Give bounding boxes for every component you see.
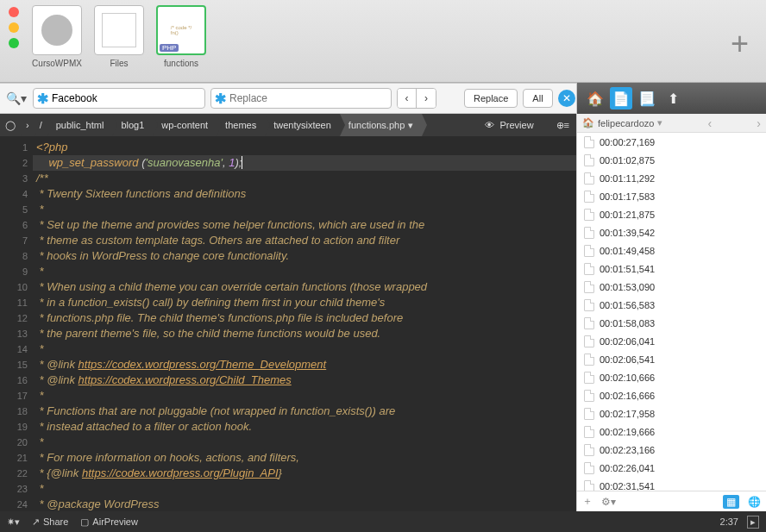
find-input[interactable] [52,92,201,104]
tab-cursowpmx[interactable]: CursoWPMX [29,5,85,68]
code-line[interactable]: * [33,481,576,497]
airpreview-button[interactable]: ▢ AirPreview [80,516,138,528]
line-gutter: 1234567891011121314151617181920212223242… [0,136,33,511]
user-home-icon[interactable]: 🏠 [582,117,594,128]
code-line[interactable]: wp_set_password ('suanovasenha', 1); [33,155,576,171]
breadcrumb-item[interactable]: functions.php ▾ [340,114,422,136]
list-item[interactable]: 00:02:16,666 [577,386,766,404]
code-line[interactable]: * instead attached to a filter or action… [33,419,576,435]
home-icon[interactable]: 🏠 [584,87,606,110]
upload-icon[interactable]: ⬆ [662,87,684,110]
list-item[interactable]: 00:01:51,541 [577,260,766,278]
search-icon[interactable]: 🔍▾ [5,91,28,105]
code-line[interactable]: * {@link https://codex.wordpress.org/Plu… [33,466,576,481]
list-item[interactable]: 00:01:56,583 [577,296,766,314]
list-item[interactable]: 00:02:26,041 [577,459,766,477]
list-item[interactable]: 00:01:17,583 [577,187,766,205]
remote-icon[interactable]: 🌐 [748,496,761,508]
replace-input[interactable] [229,92,387,104]
dropdown-icon[interactable]: ▾ [657,117,662,128]
list-item[interactable]: 00:01:53,090 [577,278,766,296]
settings-icon[interactable]: ⚙▾ [601,496,616,508]
code-line[interactable]: * [33,435,576,450]
document-tabs: CursoWPMXFiles/* code */fn()PHPfunctions [29,5,209,68]
code-line[interactable]: * theme as custom template tags. Others … [33,233,576,248]
list-item[interactable]: 00:01:39,542 [577,223,766,241]
forward-icon[interactable]: › [757,116,761,130]
minimize-icon[interactable] [9,22,19,33]
breadcrumb-item[interactable]: public_html [47,114,113,136]
close-icon[interactable] [9,7,19,17]
code-line[interactable]: * [33,202,576,217]
list-item[interactable]: 00:02:23,166 [577,441,766,459]
code-line[interactable]: * [33,264,576,279]
regex-icon[interactable]: ✱ [215,91,226,107]
chevron-down-icon[interactable]: ▾ [408,120,413,131]
breadcrumb-item[interactable]: blog1 [112,114,153,136]
files-icon[interactable]: 📄 [610,87,632,110]
breadcrumb-root[interactable]: ◯ [0,114,21,136]
user-label[interactable]: felipecardozo [598,118,654,128]
list-item[interactable]: 00:01:21,875 [577,205,766,223]
breadcrumb-item[interactable]: wp-content [153,114,217,136]
code-line[interactable]: * functions.php file. The child theme's … [33,310,576,326]
split-add-icon[interactable]: ⊕≡ [556,120,569,131]
code-line[interactable]: * @link https://codex.wordpress.org/Them… [33,357,576,372]
tab-functions[interactable]: /* code */fn()PHPfunctions [154,5,209,68]
file-list[interactable]: 00:00:27,16900:01:02,87500:01:11,29200:0… [577,133,766,491]
close-search-button[interactable]: ✕ [558,90,575,107]
right-header: 🏠 felipecardozo ▾ ‹ › [577,114,766,133]
file-name: 00:02:06,541 [600,354,655,365]
list-item[interactable]: 00:02:06,041 [577,332,766,350]
local-icon[interactable]: ▦ [723,495,739,509]
play-icon[interactable]: ▸ [747,516,759,529]
file-name: 00:01:51,541 [600,264,655,274]
tab-files[interactable]: Files [91,5,147,68]
regex-icon[interactable]: ✱ [37,91,48,107]
code-line[interactable]: * When using a child theme you can overr… [33,279,576,295]
breadcrumb-item[interactable]: themes [217,114,265,136]
next-match-button[interactable]: › [417,89,436,108]
list-item[interactable]: 00:02:31,541 [577,477,766,491]
breadcrumb-bar: ◯ › / public_htmlblog1wp-contentthemestw… [0,114,576,136]
replace-all-button[interactable]: All [523,89,552,108]
list-item[interactable]: 00:02:19,666 [577,422,766,441]
list-item[interactable]: 00:00:27,169 [577,133,766,151]
code-line[interactable]: /** [33,171,576,186]
code-line[interactable]: * For more information on hooks, actions… [33,450,576,466]
code-line[interactable]: * the parent theme's file, so the child … [33,326,576,341]
list-item[interactable]: 00:02:10,666 [577,368,766,386]
code-line[interactable]: * [33,388,576,404]
code-line[interactable]: * Functions that are not pluggable (not … [33,404,576,419]
maximize-icon[interactable] [9,38,19,48]
file-name: 00:02:26,041 [600,463,655,473]
code-line[interactable]: <?php [33,140,576,155]
add-file-icon[interactable]: ＋ [582,494,593,509]
list-item[interactable]: 00:01:02,875 [577,151,766,169]
code-line[interactable]: * @link https://codex.wordpress.org/Chil… [33,372,576,388]
settings-menu[interactable]: ✷▾ [7,516,20,528]
code-line[interactable]: * @package WordPress [33,497,576,511]
prev-match-button[interactable]: ‹ [398,89,417,108]
code-area[interactable]: <?php wp_set_password ('suanovasenha', 1… [33,136,576,511]
back-icon[interactable]: ‹ [708,116,713,130]
list-item[interactable]: 00:01:58,083 [577,314,766,332]
list-item[interactable]: 00:02:17,958 [577,404,766,422]
code-line[interactable]: * Twenty Sixteen functions and definitio… [33,186,576,202]
code-line[interactable]: * [33,341,576,357]
text-icon[interactable]: 📃 [636,87,658,110]
list-item[interactable]: 00:01:11,292 [577,169,766,187]
add-tab-button[interactable]: + [731,26,749,62]
preview-icon[interactable]: 👁 [485,120,494,130]
list-item[interactable]: 00:01:49,458 [577,241,766,260]
list-item[interactable]: 00:02:06,541 [577,350,766,368]
preview-label[interactable]: Preview [499,120,533,130]
file-icon [584,462,594,474]
code-line[interactable]: * Set up the theme and provides some hel… [33,217,576,233]
breadcrumb-item[interactable]: twentysixteen [265,114,340,136]
replace-button[interactable]: Replace [464,89,518,108]
share-button[interactable]: ↗ Share [32,516,68,528]
code-editor[interactable]: 1234567891011121314151617181920212223242… [0,136,576,511]
code-line[interactable]: * hooks in WordPress to change core func… [33,248,576,264]
code-line[interactable]: * in a function_exists() call) by defini… [33,295,576,310]
